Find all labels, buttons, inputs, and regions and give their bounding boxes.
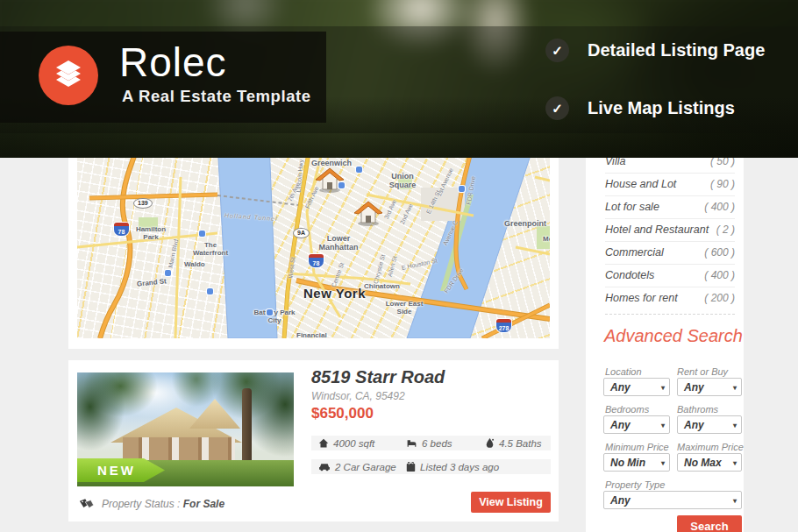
category-count: ( 400 )	[704, 265, 735, 287]
listing-feature-row: 2 Car Garage Listed 3 days ago	[311, 459, 551, 474]
advanced-search-title: Advanced Search	[604, 326, 743, 346]
promo-banner: Rolec A Real Estate Template ✓ Detailed …	[0, 0, 798, 158]
sidebar-card: Villa( 50 ) House and Lot( 90 ) Lot for …	[586, 131, 744, 532]
map-label: Lower East Side	[379, 300, 430, 316]
transit-icon	[459, 186, 465, 192]
category-count: ( 2 )	[716, 219, 735, 241]
category-count: ( 400 )	[704, 196, 735, 218]
field-label-bathrooms: Bathroms	[677, 404, 718, 415]
category-label: Commercial	[605, 246, 664, 259]
rent-or-buy-select[interactable]: Any▾	[677, 378, 742, 396]
select-value: No Max	[684, 457, 722, 469]
page: Greenwich Union Square Greenpoint McCarr…	[0, 0, 798, 532]
property-type-select[interactable]: Any▾	[603, 491, 742, 509]
field-label-rent-or-buy: Rent or Buy	[677, 366, 728, 377]
chevron-down-icon: ▾	[661, 379, 665, 397]
max-price-select[interactable]: No Max▾	[677, 453, 742, 472]
select-value: Any	[684, 381, 704, 394]
map-label: Greenpoint	[504, 219, 546, 228]
min-price-select[interactable]: No Min▾	[603, 453, 670, 472]
check-icon: ✓	[545, 39, 569, 62]
map-label: Hamilton Park	[130, 225, 172, 241]
select-value: Any	[610, 381, 631, 394]
field-label-max-price: Maximum Price	[677, 442, 744, 452]
map-card: Greenwich Union Square Greenpoint McCarr…	[68, 131, 559, 349]
category-list: Villa( 50 ) House and Lot( 90 ) Lot for …	[605, 151, 735, 309]
category-item[interactable]: Homes for rent( 200 )	[605, 287, 735, 309]
status-value: For Sale	[183, 498, 224, 510]
house-marker-icon[interactable]	[314, 167, 346, 193]
map-label: Union Square	[381, 172, 424, 190]
banner-feature-label: Live Map Listings	[588, 98, 735, 118]
select-value: Any	[610, 419, 631, 431]
category-label: Homes for rent	[605, 292, 678, 304]
bedrooms-select[interactable]: Any▾	[603, 415, 670, 434]
feature-garage: 2 Car Garage	[335, 462, 396, 472]
bathrooms-select[interactable]: Any▾	[677, 415, 742, 434]
feature-sqft: 4000 sqft	[333, 438, 374, 449]
listing-price: $650,000	[311, 405, 374, 422]
chevron-down-icon: ▾	[661, 454, 665, 472]
live-map[interactable]: Greenwich Union Square Greenpoint McCarr…	[77, 142, 550, 338]
field-label-location: Location	[605, 366, 642, 377]
field-label-property-type: Property Type	[605, 479, 665, 490]
feature-beds: 6 beds	[422, 438, 452, 449]
interstate-badge: 278	[496, 319, 511, 332]
chevron-down-icon: ▾	[733, 379, 737, 397]
select-value: Any	[610, 494, 631, 507]
interstate-badge: 78	[114, 223, 129, 236]
transit-icon	[207, 288, 213, 294]
chevron-down-icon: ▾	[733, 492, 737, 510]
category-label: Condotels	[605, 269, 654, 281]
property-status: Property Status : For Sale	[79, 498, 224, 510]
banner-feature-label: Detailed Listing Page	[588, 40, 765, 60]
chevron-down-icon: ▾	[661, 416, 665, 435]
status-label: Property Status :	[102, 498, 180, 510]
category-count: ( 90 )	[710, 174, 735, 195]
map-label: McCarren Park	[543, 235, 550, 243]
interstate-badge: 78	[309, 254, 324, 267]
layers-icon	[53, 59, 84, 92]
tags-icon	[79, 498, 95, 510]
category-item[interactable]: Lot for sale( 400 )	[605, 196, 735, 219]
listing-card: NEW 8519 Starr Road Windsor, CA, 95492 $…	[68, 360, 559, 521]
view-listing-button[interactable]: View Listing	[471, 492, 551, 513]
category-item[interactable]: House and Lot( 90 )	[605, 174, 735, 196]
category-label: Lot for sale	[605, 201, 659, 213]
category-item[interactable]: Commercial( 600 )	[605, 242, 735, 265]
select-value: No Min	[610, 457, 645, 469]
map-label: Chinatown	[364, 282, 400, 290]
location-select[interactable]: Any▾	[603, 378, 670, 396]
map-label: Battery Park City	[251, 309, 298, 324]
map-label: Lower Manhattan	[312, 234, 365, 252]
select-value: Any	[684, 419, 704, 431]
house-marker-icon[interactable]	[353, 200, 384, 226]
category-item[interactable]: Condotels( 400 )	[605, 265, 735, 287]
category-count: ( 600 )	[704, 242, 735, 264]
home-icon	[318, 438, 329, 449]
feature-baths: 4.5 Baths	[499, 438, 542, 449]
map-label: Financial	[296, 331, 327, 338]
transit-icon	[165, 270, 171, 276]
bath-icon	[485, 437, 495, 449]
category-count: ( 200 )	[704, 287, 735, 309]
category-label: House and Lot	[605, 178, 676, 190]
chevron-down-icon: ▾	[733, 416, 737, 435]
calendar-icon	[406, 462, 416, 472]
car-icon	[318, 462, 331, 472]
feature-listed: Listed 3 days ago	[420, 462, 499, 472]
search-button[interactable]: Search	[677, 515, 742, 532]
field-label-min-price: Minimum Price	[605, 442, 669, 452]
divider	[605, 314, 735, 315]
listing-address[interactable]: 8519 Starr Road	[311, 367, 445, 387]
transit-icon	[267, 309, 273, 316]
logo-name: Rolec	[119, 39, 227, 86]
category-label: Hotel and Restaurant	[605, 223, 709, 236]
chevron-down-icon: ▾	[733, 454, 737, 472]
map-label: The Waterfront	[188, 241, 233, 257]
category-item[interactable]: Hotel and Restaurant( 2 )	[605, 219, 735, 242]
field-label-bedrooms: Bedrooms	[605, 404, 649, 415]
transit-icon	[199, 231, 205, 237]
check-icon: ✓	[545, 96, 569, 120]
listing-feature-row: 4000 sqft 6 beds 4.5 Baths	[311, 436, 551, 450]
